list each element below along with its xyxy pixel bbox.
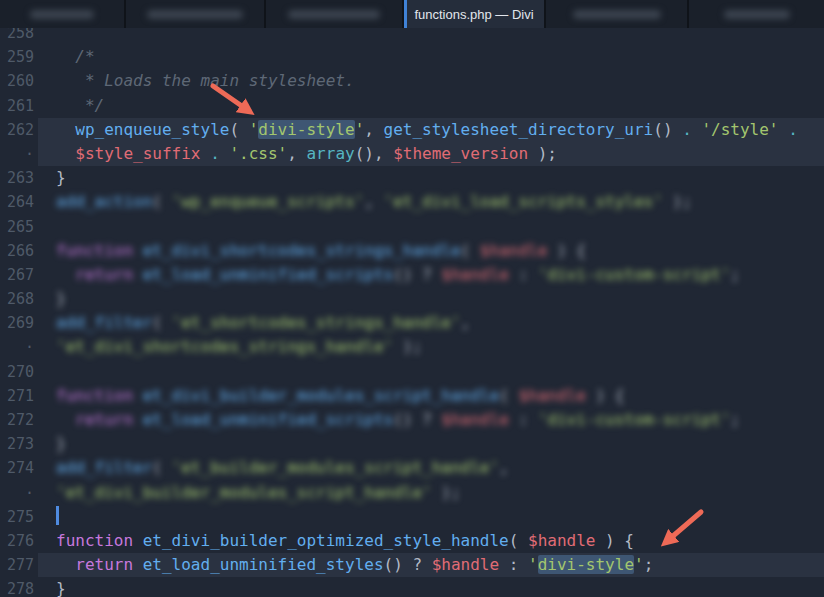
token: /*	[56, 47, 95, 66]
code-row[interactable]: 264add_action( 'wp_enqueue_scripts', 'et…	[0, 190, 824, 214]
code-row[interactable]: 273}	[0, 432, 824, 456]
wrap-marker: ·	[0, 481, 38, 505]
token: (	[229, 120, 248, 139]
token: '	[634, 555, 644, 574]
code-row[interactable]: 263}	[0, 166, 824, 190]
token: ;	[730, 410, 740, 429]
line-number: 264	[0, 190, 38, 214]
tab-blurred-1[interactable]	[0, 0, 126, 28]
token: 'et_divi_builder_modules_script_handle'	[56, 483, 432, 502]
code-row[interactable]: 266function et_divi_shortcodes_strings_h…	[0, 239, 824, 263]
code-line	[38, 360, 824, 384]
token: $handle	[528, 531, 595, 550]
token	[56, 265, 75, 284]
line-number: 270	[0, 360, 38, 384]
token: function	[56, 531, 143, 550]
token: .	[682, 120, 692, 139]
token: ,	[287, 144, 306, 163]
tab-label	[30, 10, 94, 19]
code-row[interactable]: 271function et_divi_builder_modules_scri…	[0, 384, 824, 408]
tab-blurred-2[interactable]	[126, 0, 266, 28]
token: et_load_unminified_scripts	[143, 265, 393, 284]
token: 'et_shortcodes_strings_handle'	[172, 313, 461, 332]
token: et_load_unminified_styles	[143, 555, 384, 574]
code-row[interactable]: 275	[0, 505, 824, 529]
wrap-marker: ·	[0, 335, 38, 359]
token: return	[75, 410, 142, 429]
line-number: 273	[0, 432, 38, 456]
line-number: 274	[0, 456, 38, 480]
line-number: 268	[0, 287, 38, 311]
code-row[interactable]: 278}	[0, 577, 824, 597]
code-line: }	[38, 287, 824, 311]
code-row[interactable]: 274add_filter( 'et_builder_modules_scrip…	[0, 456, 824, 480]
code-line: add_filter( 'et_shortcodes_strings_handl…	[38, 311, 824, 335]
code-row[interactable]: 277 return et_load_unminified_styles() ?…	[0, 553, 824, 577]
token: '	[249, 120, 259, 139]
code-row[interactable]: ·'et_divi_builder_modules_script_handle'…	[0, 481, 824, 505]
line-number: 259	[0, 45, 38, 69]
code-row[interactable]: 269add_filter( 'et_shortcodes_strings_ha…	[0, 311, 824, 335]
tab-label	[288, 10, 380, 19]
token: 'et_divi_load_scripts_styles'	[384, 192, 663, 211]
code-row[interactable]: 260 * Loads the main stylesheet.	[0, 69, 824, 93]
token: function	[56, 386, 143, 405]
line-number: 276	[0, 529, 38, 553]
code-line: function et_divi_builder_optimized_style…	[38, 529, 824, 553]
tab-label	[573, 10, 661, 19]
code-row[interactable]: 261 */	[0, 94, 824, 118]
line-number: 275	[0, 505, 38, 529]
token: wp_enqueue_style	[75, 120, 229, 139]
token	[56, 410, 75, 429]
token: '.css'	[229, 144, 287, 163]
code-row[interactable]: 272 return et_load_unminified_scripts() …	[0, 408, 824, 432]
token: (	[152, 313, 171, 332]
token	[56, 120, 75, 139]
token: (	[461, 241, 480, 260]
code-line: function et_divi_shortcodes_strings_hand…	[38, 239, 824, 263]
token	[201, 144, 211, 163]
code-row[interactable]: 265	[0, 215, 824, 239]
code-line: 'et_divi_shortcodes_strings_handle' );	[38, 335, 824, 359]
token: et_divi_builder_modules_script_handle	[143, 386, 499, 405]
line-number: 272	[0, 408, 38, 432]
token: (	[499, 386, 518, 405]
token: }	[56, 579, 66, 597]
line-number: 266	[0, 239, 38, 263]
code-row[interactable]: 270	[0, 360, 824, 384]
token: ;	[730, 265, 740, 284]
token: */	[56, 96, 104, 115]
code-line	[38, 215, 824, 239]
token: ()	[653, 120, 682, 139]
code-row[interactable]: ·'et_divi_shortcodes_strings_handle' );	[0, 335, 824, 359]
token: add_filter	[56, 458, 152, 477]
code-row[interactable]: 276function et_divi_builder_optimized_st…	[0, 529, 824, 553]
line-number: 267	[0, 263, 38, 287]
line-number: 271	[0, 384, 38, 408]
token: $handle	[441, 265, 508, 284]
tab-functions-php-divi[interactable]: functions.php — Divi	[404, 0, 546, 28]
code-row[interactable]: · $style_suffix . '.css', array(), $them…	[0, 142, 824, 166]
selected-text: divi-style	[258, 120, 354, 139]
code-row[interactable]: 259 /*	[0, 45, 824, 69]
token: add_action	[56, 192, 152, 211]
line-number: 278	[0, 577, 38, 597]
code-line	[38, 505, 824, 529]
token: $handle	[518, 386, 585, 405]
code-row[interactable]: 267 return et_load_unminified_scripts() …	[0, 263, 824, 287]
token: .	[788, 120, 798, 139]
code-row[interactable]: 268}	[0, 287, 824, 311]
code-line: */	[38, 94, 824, 118]
tab-blurred-3[interactable]	[266, 0, 404, 28]
code-area[interactable]: 258259 /*260 * Loads the main stylesheet…	[0, 21, 824, 597]
tab-blurred-5[interactable]	[546, 0, 689, 28]
tab-blurred-6[interactable]	[689, 0, 824, 28]
code-line: return et_load_unminified_scripts() ? $h…	[38, 263, 824, 287]
token: '	[528, 555, 538, 574]
code-row[interactable]: 262 wp_enqueue_style( 'divi-style', get_…	[0, 118, 824, 142]
token: return	[75, 265, 142, 284]
token: ,	[364, 120, 383, 139]
token	[692, 120, 702, 139]
code-line: /*	[38, 45, 824, 69]
token: }	[56, 289, 66, 308]
